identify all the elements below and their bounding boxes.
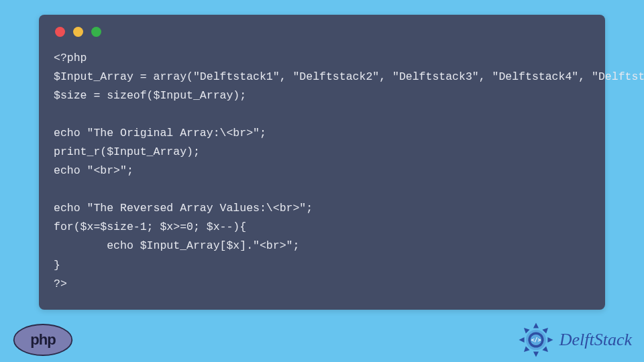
code-block: <?php $Input_Array = array("Delftstack1"… bbox=[54, 49, 590, 294]
code-window: <?php $Input_Array = array("Delftstack1"… bbox=[39, 15, 605, 310]
php-logo-text: php bbox=[30, 331, 56, 348]
svg-marker-8 bbox=[522, 326, 529, 333]
brand-block: </> DelftStack bbox=[517, 320, 632, 359]
maximize-icon bbox=[91, 27, 101, 37]
php-logo-icon: php bbox=[12, 323, 74, 357]
close-icon bbox=[55, 27, 65, 37]
footer-bar: php </> DelftStack bbox=[0, 322, 644, 362]
svg-marker-1 bbox=[533, 322, 539, 328]
delftstack-logo-icon: </> bbox=[517, 320, 555, 359]
brand-text: DelftStack bbox=[559, 330, 632, 350]
svg-text:</>: </> bbox=[531, 337, 541, 343]
svg-marker-7 bbox=[519, 337, 524, 343]
minimize-icon bbox=[73, 27, 83, 37]
svg-marker-5 bbox=[533, 351, 539, 357]
window-traffic-lights bbox=[54, 27, 590, 37]
svg-marker-4 bbox=[542, 346, 549, 353]
svg-marker-6 bbox=[522, 346, 529, 353]
svg-marker-2 bbox=[542, 326, 549, 333]
svg-marker-3 bbox=[547, 337, 553, 343]
